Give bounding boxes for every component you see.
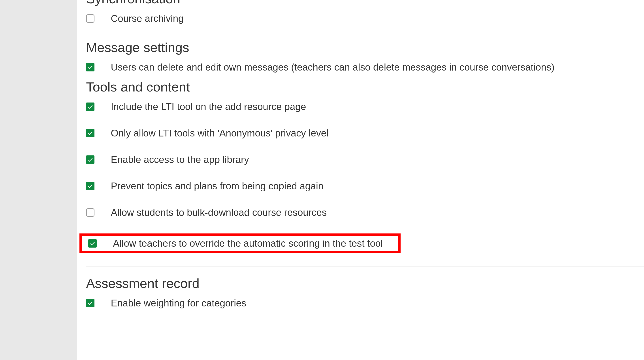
section-message-settings: Message settings Users can delete and ed… xyxy=(86,40,644,73)
label-prevent-copy: Prevent topics and plans from being copi… xyxy=(111,180,324,191)
check-icon xyxy=(87,157,93,163)
checkbox-checked-icon xyxy=(86,63,94,71)
checkbox-unchecked-icon xyxy=(86,208,94,217)
label-bulk-download: Allow students to bulk-download course r… xyxy=(111,207,327,218)
divider xyxy=(86,267,644,267)
check-icon xyxy=(87,64,93,70)
checkbox-checked-icon xyxy=(86,299,94,307)
checkbox-prevent-copy[interactable] xyxy=(86,182,94,190)
section-synchronisation: Synchronisation Course archiving xyxy=(86,0,644,24)
option-only-anonymous-lti: Only allow LTI tools with 'Anonymous' pr… xyxy=(86,128,644,139)
check-icon xyxy=(87,104,93,110)
checkbox-checked-icon xyxy=(88,239,97,248)
option-enable-app-library: Enable access to the app library xyxy=(86,154,644,165)
label-users-edit-messages: Users can delete and edit own messages (… xyxy=(111,62,554,73)
section-assessment-record: Assessment record Enable weighting for c… xyxy=(86,276,644,309)
check-icon xyxy=(90,240,96,246)
checkbox-include-lti-tool[interactable] xyxy=(86,103,94,111)
label-enable-weighting: Enable weighting for categories xyxy=(111,298,246,309)
section-tools-and-content: Tools and content Include the LTI tool o… xyxy=(86,79,644,260)
sidebar-placeholder xyxy=(0,0,77,360)
checkbox-users-edit-messages[interactable] xyxy=(86,63,94,71)
page-container: Synchronisation Course archiving Message… xyxy=(0,0,644,360)
check-icon xyxy=(87,183,93,189)
option-course-archiving: Course archiving xyxy=(86,13,644,24)
label-include-lti-tool: Include the LTI tool on the add resource… xyxy=(111,101,306,112)
label-override-scoring: Allow teachers to override the automatic… xyxy=(113,238,383,249)
checkbox-checked-icon xyxy=(86,156,94,164)
option-users-edit-messages: Users can delete and edit own messages (… xyxy=(86,62,644,73)
option-prevent-copy: Prevent topics and plans from being copi… xyxy=(86,180,644,191)
checkbox-bulk-download[interactable] xyxy=(86,208,94,217)
checkbox-override-scoring[interactable] xyxy=(88,239,97,248)
checkbox-enable-app-library[interactable] xyxy=(86,156,94,164)
option-bulk-download: Allow students to bulk-download course r… xyxy=(86,207,644,218)
label-course-archiving: Course archiving xyxy=(111,13,184,24)
settings-content-panel: Synchronisation Course archiving Message… xyxy=(77,0,644,360)
highlight-override-scoring: Allow teachers to override the automatic… xyxy=(80,233,400,253)
section-title-message-settings: Message settings xyxy=(86,40,644,55)
divider xyxy=(86,31,644,31)
option-enable-weighting: Enable weighting for categories xyxy=(86,298,644,309)
section-title-assessment-record: Assessment record xyxy=(86,276,644,291)
label-only-anonymous-lti: Only allow LTI tools with 'Anonymous' pr… xyxy=(111,128,328,139)
option-include-lti-tool: Include the LTI tool on the add resource… xyxy=(86,101,644,112)
checkbox-enable-weighting[interactable] xyxy=(86,299,94,307)
label-enable-app-library: Enable access to the app library xyxy=(111,154,249,165)
check-icon xyxy=(87,130,93,136)
checkbox-unchecked-icon xyxy=(86,14,94,23)
check-icon xyxy=(87,300,93,306)
checkbox-checked-icon xyxy=(86,182,94,190)
section-title-synchronisation: Synchronisation xyxy=(86,0,644,6)
section-title-tools-and-content: Tools and content xyxy=(86,79,644,95)
checkbox-checked-icon xyxy=(86,103,94,111)
checkbox-checked-icon xyxy=(86,129,94,137)
checkbox-only-anonymous-lti[interactable] xyxy=(86,129,94,137)
option-override-scoring: Allow teachers to override the automatic… xyxy=(88,238,383,249)
checkbox-course-archiving[interactable] xyxy=(86,14,94,23)
